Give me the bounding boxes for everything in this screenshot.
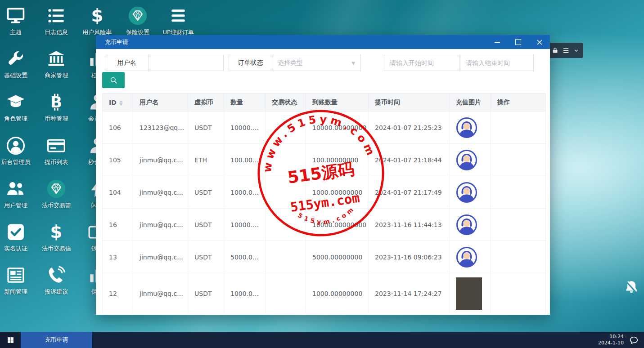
column-header-coin: 虚拟币 [188,94,224,112]
window-titlebar[interactable]: 充币申请 [96,35,550,49]
table-row: 106123123@qq…USDT10000.…10000.0000000020… [103,112,546,144]
cap-icon [5,92,26,112]
cell-actions [491,144,546,176]
table-row: 13jinmu@qq.c…USDT5000.0…5000.00000000202… [103,241,546,273]
desktop-icon-theme[interactable]: 主题 [0,3,36,48]
users-icon [5,178,26,199]
cell-time: 2024-01-07 21:18:44 [369,144,450,176]
order-type-select-placeholder: 选择类型 [278,59,303,67]
cell-image [450,241,491,273]
customer-service-avatar[interactable] [456,246,477,268]
cell-id: 12 [103,273,133,314]
chat-bubble-icon[interactable] [629,335,639,345]
cell-status [266,176,306,209]
menu-icon [168,5,189,26]
cell-coin: USDT [188,273,224,314]
desktop-icon-news-mgmt[interactable]: 新闻管理 [0,262,36,307]
sort-arrows-icon[interactable] [119,100,123,106]
cell-username: jinmu@qq.c… [133,176,188,209]
cell-status [266,209,306,241]
desktop-icon-label: 主题 [10,28,22,36]
minimize-icon[interactable] [486,35,508,49]
table-header-row: ID用户名虚拟币数量交易状态到账数量提币时间充值图片操作 [103,94,546,112]
cell-time: 2024-01-07 21:17:49 [369,176,450,209]
desktop-icon-merchant-mgmt[interactable]: 商家管理 [36,46,77,91]
cell-time: 2023-11-16 09:06:23 [369,241,450,273]
customer-service-avatar[interactable] [456,182,477,203]
column-header-id[interactable]: ID [103,94,133,112]
close-icon[interactable] [529,35,550,49]
admin-icon [5,135,26,156]
start-time-input[interactable] [384,55,459,71]
cell-amount: 5000.0… [224,241,266,273]
desktop-icon-real-name-auth[interactable]: 实名认证 [0,219,36,264]
notification-muted-icon[interactable] [624,279,639,296]
cell-image [450,144,491,176]
cell-amount: 1000.0… [224,273,266,314]
clock-time: 10:24 [598,334,624,340]
recharge-photo[interactable] [456,277,482,310]
cell-image [450,273,491,314]
list-icon [46,5,67,26]
desktop-icon-backend-admin[interactable]: 后台管理员 [0,133,36,178]
desktop-icon-label: 用户管理 [4,201,27,210]
desktop-icon-role-mgmt[interactable]: 角色管理 [0,89,36,134]
cell-received: 10000.00000000 [306,209,369,241]
recharge-table: ID用户名虚拟币数量交易状态到账数量提币时间充值图片操作 106123123@q… [102,93,546,314]
cell-coin: USDT [188,241,224,273]
maximize-icon[interactable] [508,35,529,49]
username-input[interactable] [148,55,224,71]
table-row: 105jinmu@qq.c…ETH100.00…100.000000002024… [103,144,546,176]
username-filter-label: 用户名 [105,55,149,71]
start-button[interactable] [0,332,21,348]
table-row: 104jinmu@qq.c…USDT1000.0…1000.0000000020… [103,176,546,209]
search-button[interactable] [102,72,125,88]
column-header-time: 提币时间 [369,94,450,112]
cell-status [266,241,306,273]
app-icon[interactable] [552,47,558,54]
check-icon [5,222,26,242]
hamburger-menu-icon[interactable] [562,47,570,54]
cell-actions [491,241,546,273]
cell-amount: 10000.… [224,209,266,241]
desktop-icon-user-mgmt[interactable]: 用户管理 [0,176,36,221]
desktop-icon-basic-settings[interactable]: 基础设置 [0,46,36,91]
cell-status [266,273,306,314]
window-controls [486,35,550,49]
desktop-icon-log-info[interactable]: 日志信息 [36,3,77,48]
desktop-icon-label: 日志信息 [45,28,68,36]
taskbar-clock[interactable]: 10:24 2024-1-10 [598,334,624,346]
chevron-down-icon[interactable] [573,48,579,54]
search-icon [109,76,118,85]
dollar-icon: $ [87,5,108,26]
monitor-icon [5,5,26,26]
cell-time: 2023-11-16 11:44:13 [369,209,450,241]
desktop-icon-complaint[interactable]: 投诉建议 [36,262,77,307]
cell-actions [491,112,546,144]
desktop-icon-label: 币种管理 [45,115,68,123]
customer-service-avatar[interactable] [456,214,477,236]
order-type-select[interactable]: 选择类型 ▼ [272,55,361,71]
cell-username: 123123@qq… [133,112,188,144]
svg-text:$: $ [91,6,103,26]
cell-id: 13 [103,241,133,273]
desktop-icon-fiat-trade-demand[interactable]: 法币交易需 [36,176,77,221]
end-time-input[interactable] [460,55,534,71]
table-row: 16jinmu@qq.c…USDT10000.…10000.0000000020… [103,209,546,241]
desktop-icon-fiat-trade-info[interactable]: $法币交易信 [36,219,77,264]
order-status-filter-label: 订单状态 [229,55,272,71]
taskbar-item-recharge[interactable]: 充币申请 [21,332,92,348]
desktop-icon-withdraw-list[interactable]: 提币列表 [36,133,77,178]
background-toolbar [545,43,583,58]
windows-logo-icon [7,336,14,344]
customer-service-avatar[interactable] [456,117,477,138]
cell-amount: 1000.0… [224,176,266,209]
column-header-image: 充值图片 [450,94,491,112]
column-header-username: 用户名 [133,94,188,112]
column-header-amount: 数量 [224,94,266,112]
column-header-actions: 操作 [491,94,546,112]
customer-service-avatar[interactable] [456,149,477,171]
desktop-icon-coin-mgmt[interactable]: B币种管理 [36,89,77,134]
cell-actions [491,176,546,209]
desktop-icon-label: 提币列表 [45,158,68,166]
